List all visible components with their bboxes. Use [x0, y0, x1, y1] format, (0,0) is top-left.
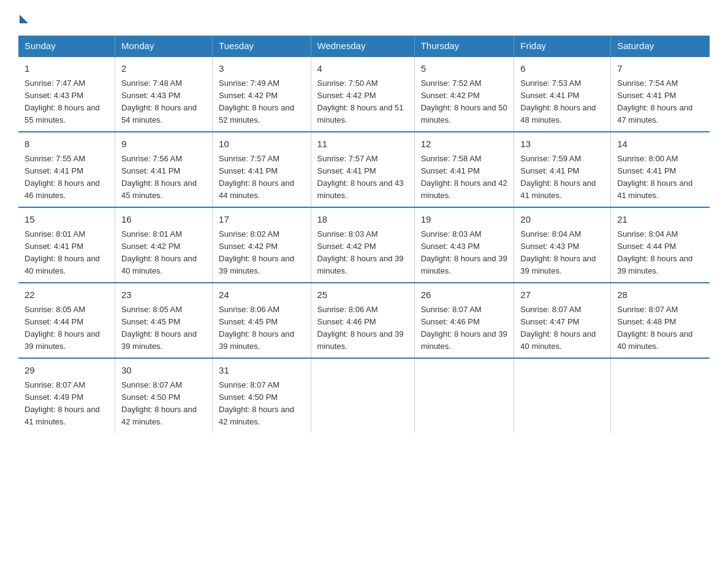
calendar-cell: 31Sunrise: 8:07 AMSunset: 4:50 PMDayligh…: [213, 358, 311, 433]
day-info: Sunrise: 7:48 AMSunset: 4:43 PMDaylight:…: [121, 77, 206, 127]
day-info: Sunrise: 7:55 AMSunset: 4:41 PMDaylight:…: [25, 153, 108, 202]
calendar-cell: 7Sunrise: 7:54 AMSunset: 4:41 PMDaylight…: [611, 56, 710, 132]
day-number: 10: [219, 137, 304, 151]
logo: [18, 12, 28, 23]
day-number: 19: [421, 213, 508, 227]
day-info: Sunrise: 7:54 AMSunset: 4:41 PMDaylight:…: [617, 77, 703, 127]
header-thursday: Thursday: [414, 36, 514, 56]
day-number: 21: [617, 213, 703, 227]
day-number: 24: [219, 288, 304, 302]
calendar-cell: 21Sunrise: 8:04 AMSunset: 4:44 PMDayligh…: [611, 207, 710, 283]
day-info: Sunrise: 8:07 AMSunset: 4:49 PMDaylight:…: [25, 379, 108, 429]
day-info: Sunrise: 8:07 AMSunset: 4:50 PMDaylight:…: [121, 379, 206, 429]
day-info: Sunrise: 8:05 AMSunset: 4:45 PMDaylight:…: [121, 304, 206, 353]
week-row-1: 1Sunrise: 7:47 AMSunset: 4:43 PMDaylight…: [18, 56, 710, 132]
calendar-cell: 6Sunrise: 7:53 AMSunset: 4:41 PMDaylight…: [514, 56, 611, 132]
day-info: Sunrise: 8:03 AMSunset: 4:43 PMDaylight:…: [421, 228, 508, 278]
calendar-cell: [514, 358, 611, 433]
day-info: Sunrise: 7:52 AMSunset: 4:42 PMDaylight:…: [421, 77, 508, 127]
day-number: 9: [121, 137, 206, 151]
calendar-cell: 8Sunrise: 7:55 AMSunset: 4:41 PMDaylight…: [18, 132, 115, 207]
day-number: 26: [421, 288, 508, 302]
header-wednesday: Wednesday: [311, 36, 414, 56]
calendar-cell: 20Sunrise: 8:04 AMSunset: 4:43 PMDayligh…: [514, 207, 611, 283]
day-info: Sunrise: 7:50 AMSunset: 4:42 PMDaylight:…: [317, 77, 408, 127]
day-info: Sunrise: 8:06 AMSunset: 4:45 PMDaylight:…: [219, 304, 304, 353]
day-number: 17: [219, 213, 304, 227]
day-number: 30: [121, 364, 206, 378]
day-number: 27: [520, 288, 604, 302]
calendar-cell: 13Sunrise: 7:59 AMSunset: 4:41 PMDayligh…: [514, 132, 611, 207]
calendar-cell: 14Sunrise: 8:00 AMSunset: 4:41 PMDayligh…: [611, 132, 710, 207]
calendar-cell: 28Sunrise: 8:07 AMSunset: 4:48 PMDayligh…: [611, 283, 710, 358]
day-number: 5: [421, 62, 508, 76]
calendar-cell: 10Sunrise: 7:57 AMSunset: 4:41 PMDayligh…: [213, 132, 311, 207]
calendar-cell: 1Sunrise: 7:47 AMSunset: 4:43 PMDaylight…: [18, 56, 115, 132]
calendar-cell: 11Sunrise: 7:57 AMSunset: 4:41 PMDayligh…: [311, 132, 414, 207]
calendar-cell: 22Sunrise: 8:05 AMSunset: 4:44 PMDayligh…: [18, 283, 115, 358]
header-monday: Monday: [115, 36, 213, 56]
calendar-cell: 15Sunrise: 8:01 AMSunset: 4:41 PMDayligh…: [18, 207, 115, 283]
calendar-cell: 5Sunrise: 7:52 AMSunset: 4:42 PMDaylight…: [414, 56, 514, 132]
day-number: 6: [520, 62, 604, 76]
day-info: Sunrise: 8:07 AMSunset: 4:50 PMDaylight:…: [219, 379, 304, 429]
day-info: Sunrise: 7:53 AMSunset: 4:41 PMDaylight:…: [520, 77, 604, 127]
day-info: Sunrise: 8:03 AMSunset: 4:42 PMDaylight:…: [317, 228, 408, 278]
day-number: 28: [617, 288, 703, 302]
header-saturday: Saturday: [611, 36, 710, 56]
calendar-cell: 2Sunrise: 7:48 AMSunset: 4:43 PMDaylight…: [115, 56, 213, 132]
day-number: 23: [121, 288, 206, 302]
calendar-cell: 23Sunrise: 8:05 AMSunset: 4:45 PMDayligh…: [115, 283, 213, 358]
day-info: Sunrise: 7:47 AMSunset: 4:43 PMDaylight:…: [25, 77, 108, 127]
day-info: Sunrise: 8:02 AMSunset: 4:42 PMDaylight:…: [219, 228, 304, 278]
calendar-cell: 19Sunrise: 8:03 AMSunset: 4:43 PMDayligh…: [414, 207, 514, 283]
day-info: Sunrise: 7:49 AMSunset: 4:42 PMDaylight:…: [219, 77, 304, 127]
day-info: Sunrise: 7:58 AMSunset: 4:41 PMDaylight:…: [421, 153, 508, 202]
header-tuesday: Tuesday: [213, 36, 311, 56]
header-friday: Friday: [514, 36, 611, 56]
calendar-table: SundayMondayTuesdayWednesdayThursdayFrid…: [18, 36, 710, 433]
calendar-cell: [311, 358, 414, 433]
day-info: Sunrise: 8:07 AMSunset: 4:46 PMDaylight:…: [421, 304, 508, 353]
day-info: Sunrise: 7:59 AMSunset: 4:41 PMDaylight:…: [520, 153, 604, 202]
calendar-cell: 4Sunrise: 7:50 AMSunset: 4:42 PMDaylight…: [311, 56, 414, 132]
day-number: 31: [219, 364, 304, 378]
week-row-4: 22Sunrise: 8:05 AMSunset: 4:44 PMDayligh…: [18, 283, 710, 358]
day-number: 3: [219, 62, 304, 76]
week-row-2: 8Sunrise: 7:55 AMSunset: 4:41 PMDaylight…: [18, 132, 710, 207]
week-row-5: 29Sunrise: 8:07 AMSunset: 4:49 PMDayligh…: [18, 358, 710, 433]
day-info: Sunrise: 8:04 AMSunset: 4:44 PMDaylight:…: [617, 228, 703, 278]
calendar-cell: 29Sunrise: 8:07 AMSunset: 4:49 PMDayligh…: [18, 358, 115, 433]
day-number: 22: [25, 288, 108, 302]
day-info: Sunrise: 7:56 AMSunset: 4:41 PMDaylight:…: [121, 153, 206, 202]
day-number: 4: [317, 62, 408, 76]
calendar-cell: 24Sunrise: 8:06 AMSunset: 4:45 PMDayligh…: [213, 283, 311, 358]
calendar-cell: 18Sunrise: 8:03 AMSunset: 4:42 PMDayligh…: [311, 207, 414, 283]
day-number: 12: [421, 137, 508, 151]
day-number: 16: [121, 213, 206, 227]
day-info: Sunrise: 8:05 AMSunset: 4:44 PMDaylight:…: [25, 304, 108, 353]
week-row-3: 15Sunrise: 8:01 AMSunset: 4:41 PMDayligh…: [18, 207, 710, 283]
day-number: 25: [317, 288, 408, 302]
calendar-cell: [414, 358, 514, 433]
day-number: 29: [25, 364, 108, 378]
logo-arrow-icon: [20, 15, 28, 23]
calendar-cell: 9Sunrise: 7:56 AMSunset: 4:41 PMDaylight…: [115, 132, 213, 207]
day-info: Sunrise: 8:00 AMSunset: 4:41 PMDaylight:…: [617, 153, 703, 202]
day-info: Sunrise: 8:01 AMSunset: 4:41 PMDaylight:…: [25, 228, 108, 278]
day-number: 13: [520, 137, 604, 151]
day-number: 2: [121, 62, 206, 76]
day-number: 18: [317, 213, 408, 227]
day-number: 15: [25, 213, 108, 227]
page-header: [18, 12, 710, 23]
calendar-header-row: SundayMondayTuesdayWednesdayThursdayFrid…: [18, 36, 710, 56]
calendar-cell: 16Sunrise: 8:01 AMSunset: 4:42 PMDayligh…: [115, 207, 213, 283]
day-info: Sunrise: 8:01 AMSunset: 4:42 PMDaylight:…: [121, 228, 206, 278]
calendar-cell: 25Sunrise: 8:06 AMSunset: 4:46 PMDayligh…: [311, 283, 414, 358]
day-info: Sunrise: 7:57 AMSunset: 4:41 PMDaylight:…: [317, 153, 408, 202]
day-info: Sunrise: 8:04 AMSunset: 4:43 PMDaylight:…: [520, 228, 604, 278]
calendar-cell: 26Sunrise: 8:07 AMSunset: 4:46 PMDayligh…: [414, 283, 514, 358]
day-number: 8: [25, 137, 108, 151]
day-info: Sunrise: 8:07 AMSunset: 4:48 PMDaylight:…: [617, 304, 703, 353]
day-number: 14: [617, 137, 703, 151]
